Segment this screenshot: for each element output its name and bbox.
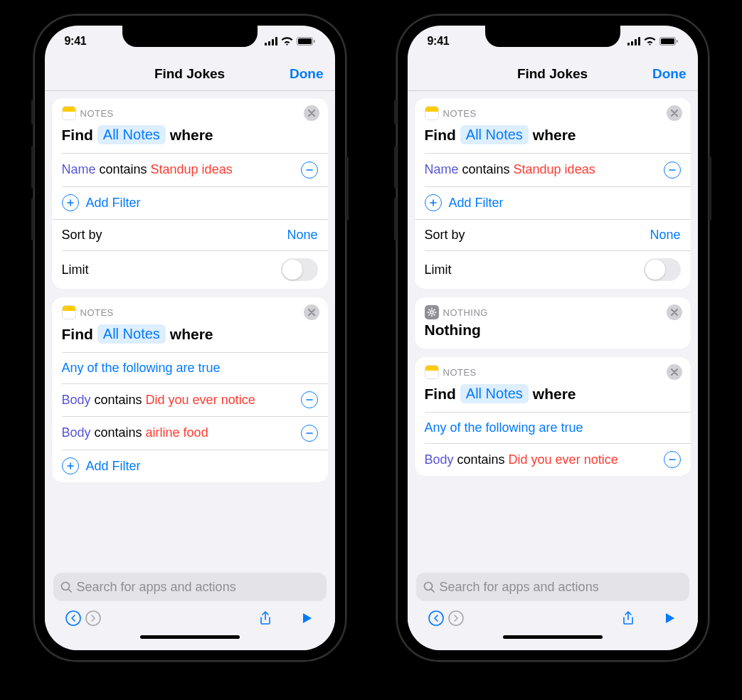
share-button[interactable] <box>255 608 275 628</box>
wifi-icon <box>281 37 293 46</box>
content-area[interactable]: NOTES Find All Notes where Name contains… <box>45 91 335 568</box>
volume-up <box>31 146 34 189</box>
remove-filter-icon[interactable] <box>301 161 318 179</box>
sort-by-row[interactable]: Sort by None <box>52 220 328 250</box>
limit-row[interactable]: Limit <box>52 250 328 289</box>
svg-point-33 <box>449 611 463 625</box>
filter-val[interactable]: Standup ideas <box>151 162 233 177</box>
screen: 9:41 Find Jokes Done NOTES Find <box>408 26 698 650</box>
scope-chip[interactable]: All Notes <box>460 384 529 403</box>
run-button[interactable] <box>297 608 317 628</box>
scope-chip[interactable]: All Notes <box>97 125 166 144</box>
close-icon[interactable] <box>667 304 682 320</box>
undo-button[interactable] <box>426 608 446 628</box>
card-title[interactable]: Find All Notes where <box>52 121 328 153</box>
remove-filter-icon[interactable] <box>664 161 681 179</box>
share-button[interactable] <box>618 608 638 628</box>
nav-bar: Find Jokes Done <box>45 57 335 91</box>
close-icon[interactable] <box>304 105 319 121</box>
filter-op[interactable]: contains <box>462 162 510 177</box>
card-title[interactable]: Find All Notes where <box>52 320 328 352</box>
filter-row[interactable]: Body contains airline food <box>52 417 328 450</box>
redo-button <box>446 608 466 628</box>
nothing-title: Nothing <box>415 320 691 349</box>
cellular-icon <box>265 37 277 46</box>
filter-row[interactable]: Body contains Did you ever notice <box>415 443 691 476</box>
search-input[interactable]: Search for apps and actions <box>53 573 327 601</box>
filter-op[interactable]: contains <box>100 162 147 177</box>
limit-label: Limit <box>425 262 452 277</box>
svg-rect-1 <box>268 41 270 46</box>
filter-attr[interactable]: Name <box>425 162 459 177</box>
find-label: Find <box>62 326 93 343</box>
plus-icon <box>62 194 79 211</box>
action-card-find-notes-2[interactable]: NOTES Find All Notes where Any of the fo… <box>415 357 691 476</box>
filter-attr[interactable]: Body <box>62 425 91 440</box>
notes-app-icon <box>62 305 76 319</box>
limit-toggle[interactable] <box>644 258 681 281</box>
notes-app-icon <box>425 106 439 120</box>
status-icons <box>627 37 678 46</box>
filter-val[interactable]: Standup ideas <box>514 162 595 177</box>
limit-label: Limit <box>62 262 89 277</box>
filter-attr[interactable]: Name <box>62 162 96 177</box>
filter-val[interactable]: Did you ever notice <box>146 393 255 408</box>
done-button[interactable]: Done <box>652 66 687 82</box>
card-header: NOTES <box>52 297 328 320</box>
power-button <box>709 157 711 221</box>
add-filter-label: Add Filter <box>86 196 141 211</box>
filter-row[interactable]: Name contains Standup ideas <box>415 154 691 186</box>
action-card-find-notes-1[interactable]: NOTES Find All Notes where Name contains… <box>415 98 691 289</box>
where-label: where <box>170 127 213 144</box>
filter-attr[interactable]: Body <box>425 452 454 467</box>
card-title[interactable]: Find All Notes where <box>415 121 691 153</box>
home-indicator[interactable] <box>503 635 603 639</box>
limit-row[interactable]: Limit <box>415 250 691 289</box>
run-button[interactable] <box>659 608 679 628</box>
close-icon[interactable] <box>667 364 682 380</box>
card-app-label: NOTES <box>443 367 662 378</box>
filter-val[interactable]: airline food <box>146 425 208 440</box>
add-filter-button[interactable]: Add Filter <box>52 450 328 482</box>
mute-switch <box>394 100 397 124</box>
search-input[interactable]: Search for apps and actions <box>416 573 689 601</box>
svg-line-31 <box>431 589 434 592</box>
remove-filter-icon[interactable] <box>301 391 318 408</box>
close-icon[interactable] <box>304 304 319 320</box>
svg-point-17 <box>86 611 100 625</box>
done-button[interactable]: Done <box>290 66 324 82</box>
power-button <box>346 157 349 221</box>
sort-by-value[interactable]: None <box>287 228 317 243</box>
svg-rect-24 <box>677 40 678 43</box>
sort-by-value[interactable]: None <box>650 228 680 243</box>
filter-op[interactable]: contains <box>457 452 505 467</box>
add-filter-button[interactable]: Add Filter <box>52 186 328 219</box>
filter-row[interactable]: Name contains Standup ideas <box>52 154 328 186</box>
card-title[interactable]: Find All Notes where <box>415 380 691 412</box>
screen: 9:41 Find Jokes Done NOTES Find <box>45 26 335 650</box>
sort-by-row[interactable]: Sort by None <box>415 220 691 250</box>
scope-chip[interactable]: All Notes <box>97 324 166 344</box>
filter-op[interactable]: contains <box>95 425 142 440</box>
remove-filter-icon[interactable] <box>301 425 318 442</box>
action-card-find-notes-2[interactable]: NOTES Find All Notes where Any of the fo… <box>52 297 328 482</box>
undo-button[interactable] <box>63 608 83 628</box>
filter-row[interactable]: Body contains Did you ever notice <box>52 383 328 416</box>
action-card-find-notes-1[interactable]: NOTES Find All Notes where Name contains… <box>52 98 328 289</box>
find-label: Find <box>425 386 456 403</box>
svg-rect-3 <box>275 37 277 46</box>
filter-attr[interactable]: Body <box>62 393 91 408</box>
any-of-following-button[interactable]: Any of the following are true <box>415 413 691 443</box>
any-of-following-button[interactable]: Any of the following are true <box>52 353 328 383</box>
remove-filter-icon[interactable] <box>664 451 681 468</box>
bottom-bar: Search for apps and actions <box>408 568 698 650</box>
home-indicator[interactable] <box>140 635 240 639</box>
limit-toggle[interactable] <box>281 258 318 281</box>
add-filter-button[interactable]: Add Filter <box>415 186 691 219</box>
action-card-nothing[interactable]: NOTHING Nothing <box>415 297 691 349</box>
scope-chip[interactable]: All Notes <box>460 125 529 144</box>
content-area[interactable]: NOTES Find All Notes where Name contains… <box>408 91 698 568</box>
filter-op[interactable]: contains <box>95 393 142 408</box>
filter-val[interactable]: Did you ever notice <box>509 452 618 467</box>
close-icon[interactable] <box>667 105 682 121</box>
